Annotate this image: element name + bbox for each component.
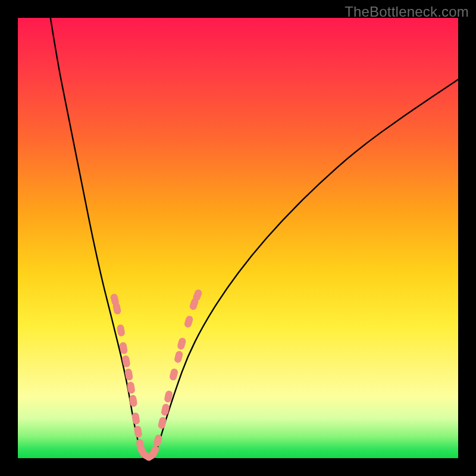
svg-rect-22 xyxy=(183,315,193,328)
svg-rect-19 xyxy=(169,368,179,381)
marker-point xyxy=(117,324,126,337)
marker-point xyxy=(169,368,179,381)
outer-frame: TheBottleneck.com xyxy=(0,0,476,476)
marker-point xyxy=(133,425,142,439)
svg-rect-7 xyxy=(129,394,137,408)
chart-svg xyxy=(18,18,458,458)
svg-rect-6 xyxy=(127,381,136,394)
marker-point xyxy=(131,412,140,425)
watermark-text: TheBottleneck.com xyxy=(345,4,469,20)
svg-rect-21 xyxy=(177,337,187,350)
svg-rect-17 xyxy=(161,403,170,416)
curve-right-branch xyxy=(154,80,458,458)
marker-point xyxy=(183,315,193,328)
svg-rect-20 xyxy=(174,350,184,364)
plot-area xyxy=(18,18,458,458)
svg-rect-9 xyxy=(133,425,142,439)
marker-point xyxy=(129,394,137,408)
marker-layer xyxy=(110,289,203,462)
marker-point xyxy=(127,381,136,394)
svg-rect-8 xyxy=(131,412,140,425)
curve-layer xyxy=(51,18,458,458)
marker-point xyxy=(161,403,170,416)
svg-rect-2 xyxy=(117,324,126,337)
marker-point xyxy=(174,350,184,364)
marker-point xyxy=(177,337,187,350)
